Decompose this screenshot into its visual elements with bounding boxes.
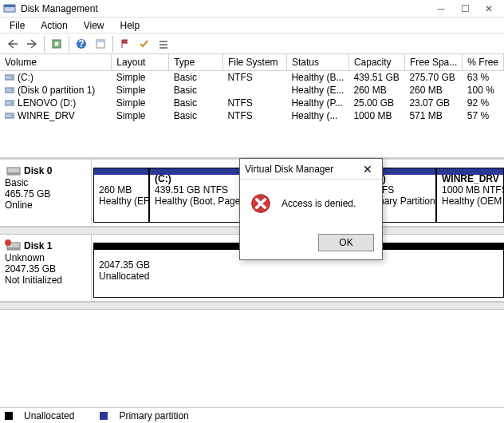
partition-title: WINRE_DRV (442, 173, 498, 184)
drive-icon (5, 98, 14, 108)
dialog-message: Access is denied. (282, 198, 356, 209)
partition-size: 260 MB (99, 184, 144, 196)
drive-icon (5, 73, 14, 82)
col-capacity[interactable]: Capacity (348, 54, 404, 71)
cell-layout: Simple (112, 97, 169, 109)
legend: Unallocated Primary partition (0, 407, 504, 423)
cell-capacity: 25.00 GB (348, 97, 404, 109)
svg-point-13 (11, 89, 13, 91)
disk-header[interactable]: Disk 0 Basic 465.75 GB Online (0, 160, 92, 226)
partition[interactable]: 260 MB Healthy (EFI S (93, 168, 149, 223)
volume-name: WINRE_DRV (18, 110, 75, 121)
cell-fs: NTFS (222, 97, 286, 109)
partition-status: Healthy (OEM Par (442, 196, 498, 207)
disk-icon (5, 164, 21, 177)
help-icon: ? (76, 38, 87, 49)
col-volume[interactable]: Volume (0, 54, 112, 71)
dialog-ok-button[interactable]: OK (318, 234, 374, 251)
toolbar: ? (0, 34, 504, 54)
back-button[interactable] (3, 35, 22, 53)
table-row[interactable]: (C:) Simple Basic NTFS Healthy (B... 439… (0, 71, 504, 85)
cell-type: Basic (169, 71, 223, 85)
action-button-2[interactable] (135, 35, 154, 53)
forward-button[interactable] (22, 35, 41, 53)
svg-point-11 (11, 77, 13, 78)
dialog-close-button[interactable]: ✕ (358, 163, 377, 176)
dialog-titlebar: Virtual Disk Manager ✕ (240, 159, 382, 180)
disk-icon (5, 239, 21, 252)
help-button[interactable]: ? (72, 35, 91, 53)
cell-type: Basic (169, 109, 223, 122)
volume-list-panel: Volume Layout Type File System Status Ca… (0, 54, 504, 160)
partition-status: Unallocated (99, 271, 498, 282)
disk-size: 2047.35 GB (5, 263, 86, 275)
arrow-right-icon (26, 39, 37, 49)
menu-view[interactable]: View (76, 18, 112, 33)
cell-pct: 57 % (463, 109, 504, 122)
cell-status: Healthy (P... (286, 97, 348, 109)
cell-fs (222, 84, 286, 97)
menu-file[interactable]: File (2, 18, 33, 33)
dialog-title: Virtual Disk Manager (245, 164, 358, 175)
cell-fs: NTFS (222, 109, 286, 122)
cell-capacity: 260 MB (348, 84, 404, 97)
svg-rect-1 (4, 5, 15, 7)
col-fs[interactable]: File System (222, 54, 286, 71)
svg-rect-14 (5, 101, 14, 105)
table-row[interactable]: (Disk 0 partition 1) Simple Basic Health… (0, 84, 504, 97)
drive-icon (5, 111, 14, 121)
col-free[interactable]: Free Spa... (404, 54, 462, 71)
cell-layout: Simple (112, 71, 169, 85)
error-dialog: Virtual Disk Manager ✕ Access is denied.… (239, 158, 383, 260)
col-type[interactable]: Type (169, 54, 223, 71)
drive-icon (5, 85, 14, 95)
properties-button[interactable] (91, 35, 110, 53)
col-pct[interactable]: % Free (463, 54, 504, 71)
disk-title: Disk 1 (24, 240, 52, 251)
volume-name: (Disk 0 partition 1) (18, 85, 95, 96)
svg-point-15 (11, 102, 13, 104)
partition-title (99, 173, 144, 184)
legend-unallocated: Unallocated (5, 410, 85, 421)
disk-type: Basic (5, 177, 86, 188)
minimize-button[interactable]: ─ (429, 3, 453, 14)
col-layout[interactable]: Layout (112, 54, 169, 71)
svg-rect-7 (159, 41, 167, 42)
refresh-icon (51, 38, 62, 49)
partition-size: 2047.35 GB (99, 259, 498, 271)
action-button-3[interactable] (154, 35, 173, 53)
cell-layout: Simple (112, 109, 169, 122)
svg-rect-19 (7, 172, 20, 175)
maximize-button[interactable]: ☐ (453, 3, 477, 14)
window-title: Disk Management (21, 3, 429, 14)
svg-rect-8 (159, 44, 167, 45)
app-icon (3, 2, 16, 15)
error-icon (250, 192, 272, 215)
action-button-1[interactable] (116, 35, 135, 53)
disk-type: Unknown (5, 252, 86, 263)
svg-rect-12 (5, 88, 14, 93)
partition-status: Healthy (EFI S (99, 196, 144, 207)
svg-point-22 (5, 239, 11, 246)
partition-size: 1000 MB NTFS (442, 184, 498, 196)
svg-rect-6 (96, 40, 104, 42)
volume-table: Volume Layout Type File System Status Ca… (0, 54, 504, 122)
table-row[interactable]: WINRE_DRV Simple Basic NTFS Healthy (...… (0, 109, 504, 122)
cell-free: 23.07 GB (404, 97, 462, 109)
col-status[interactable]: Status (286, 54, 348, 71)
refresh-button[interactable] (47, 35, 66, 53)
menu-help[interactable]: Help (112, 18, 148, 33)
disk-title: Disk 0 (24, 165, 52, 176)
menu-action[interactable]: Action (33, 18, 75, 33)
partition[interactable]: WINRE_DRV 1000 MB NTFS Healthy (OEM Par (436, 168, 504, 223)
cell-free: 571 MB (404, 109, 462, 122)
cell-layout: Simple (112, 84, 169, 97)
table-row[interactable]: LENOVO (D:) Simple Basic NTFS Healthy (P… (0, 97, 504, 109)
disk-header[interactable]: Disk 1 Unknown 2047.35 GB Not Initialize… (0, 235, 92, 301)
close-button[interactable]: ✕ (477, 3, 501, 14)
svg-rect-21 (7, 247, 20, 250)
svg-point-17 (11, 115, 13, 117)
cell-pct: 63 % (463, 71, 504, 85)
cell-pct: 100 % (463, 84, 504, 97)
svg-text:?: ? (78, 38, 84, 49)
